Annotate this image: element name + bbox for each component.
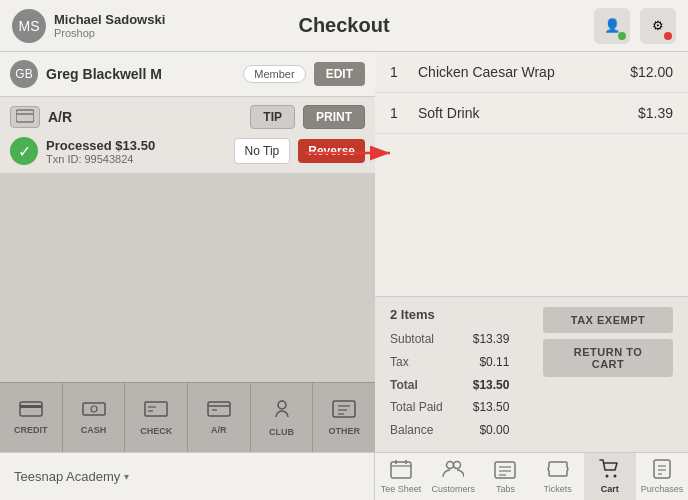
summary-labels: Subtotal Tax Total Total Paid Balance <box>390 328 443 442</box>
total-label: Total <box>390 374 443 397</box>
customer-bar: GB Greg Blackwell M Member EDIT <box>0 52 375 97</box>
ar-icon <box>10 106 40 128</box>
tip-button[interactable]: TIP <box>250 105 295 129</box>
user-name: Michael Sadowski <box>54 12 165 27</box>
cash-icon <box>82 401 106 422</box>
ar-pay-button[interactable]: A/R <box>188 383 251 452</box>
check-button[interactable]: CHECK <box>125 383 188 452</box>
item-name-2: Soft Drink <box>410 105 638 121</box>
ar-label: A/R <box>48 109 242 125</box>
other-button[interactable]: OTHER <box>313 383 375 452</box>
svg-rect-25 <box>495 462 515 478</box>
club-icon <box>272 399 292 424</box>
credit-button[interactable]: CREDIT <box>0 383 63 452</box>
nav-tickets-label: Tickets <box>544 484 572 494</box>
nav-purchases-label: Purchases <box>641 484 684 494</box>
status-dot-red <box>664 32 672 40</box>
summary-values: $13.39 $0.11 $13.50 $13.50 $0.00 <box>473 328 510 442</box>
header-actions: 👤 ⚙ <box>594 8 676 44</box>
customer-name: Greg Blackwell M <box>46 66 235 82</box>
svg-rect-13 <box>333 401 355 417</box>
return-to-cart-button[interactable]: RETURN TO CART <box>543 339 673 377</box>
customers-icon <box>442 459 464 482</box>
cart-icon <box>599 459 621 482</box>
left-empty-area <box>0 174 375 382</box>
page-title: Checkout <box>298 14 389 37</box>
item-qty-2: 1 <box>390 105 410 121</box>
nav-tabs[interactable]: Tabs <box>479 453 531 500</box>
order-item-1[interactable]: 1 Chicken Caesar Wrap $12.00 <box>375 52 688 93</box>
svg-rect-2 <box>20 402 42 416</box>
ar-header: A/R TIP PRINT <box>10 105 365 129</box>
academy-chevron-icon: ▾ <box>124 471 129 482</box>
customer-initials: GB <box>15 67 32 81</box>
customer-avatar: GB <box>10 60 38 88</box>
purchases-icon <box>651 459 673 482</box>
svg-rect-3 <box>20 405 42 408</box>
svg-rect-6 <box>145 402 167 416</box>
order-items-list: 1 Chicken Caesar Wrap $12.00 1 Soft Drin… <box>375 52 688 296</box>
ar-processed: Processed $13.50 <box>46 138 226 153</box>
person-icon: 👤 <box>604 18 621 33</box>
order-summary: 2 Items Subtotal Tax Total Total Paid Ba… <box>375 296 688 452</box>
nav-customers[interactable]: Customers <box>427 453 479 500</box>
subtotal-label: Subtotal <box>390 328 443 351</box>
member-badge: Member <box>243 65 305 83</box>
items-count: 2 Items <box>390 307 543 322</box>
user-sub: Proshop <box>54 27 165 39</box>
cash-button[interactable]: CASH <box>63 383 126 452</box>
svg-point-23 <box>447 462 454 469</box>
nav-purchases[interactable]: Purchases <box>636 453 688 500</box>
nav-cart-label: Cart <box>601 484 619 494</box>
credit-label: CREDIT <box>14 425 48 435</box>
cash-label: CASH <box>81 425 107 435</box>
nav-tickets[interactable]: Tickets <box>532 453 584 500</box>
svg-point-12 <box>278 401 286 409</box>
svg-rect-9 <box>208 402 230 416</box>
total-paid-value: $13.50 <box>473 396 510 419</box>
svg-point-29 <box>605 475 608 478</box>
tee-sheet-icon <box>390 459 412 482</box>
no-tip-button[interactable]: No Tip <box>234 138 291 164</box>
summary-actions: TAX EXEMPT RETURN TO CART <box>543 307 673 377</box>
user-avatar: MS <box>12 9 46 43</box>
tax-exempt-button[interactable]: TAX EXEMPT <box>543 307 673 333</box>
nav-tee-sheet[interactable]: Tee Sheet <box>375 453 427 500</box>
svg-rect-4 <box>83 403 105 415</box>
settings-icon: ⚙ <box>652 18 664 33</box>
academy-label: Teesnap Academy <box>14 469 120 484</box>
tax-label: Tax <box>390 351 443 374</box>
settings-button[interactable]: ⚙ <box>640 8 676 44</box>
app-header: MS Michael Sadowski Proshop Checkout 👤 ⚙ <box>0 0 688 52</box>
academy-section[interactable]: Teesnap Academy ▾ <box>0 453 375 500</box>
item-qty-1: 1 <box>390 64 410 80</box>
ar-txn: Txn ID: 99543824 <box>46 153 226 165</box>
edit-button[interactable]: EDIT <box>314 62 365 86</box>
svg-rect-19 <box>391 462 411 478</box>
club-button[interactable]: CLUB <box>251 383 314 452</box>
svg-point-5 <box>91 406 97 412</box>
person-button[interactable]: 👤 <box>594 8 630 44</box>
left-panel: GB Greg Blackwell M Member EDIT A/R TIP … <box>0 52 375 452</box>
item-name-1: Chicken Caesar Wrap <box>410 64 630 80</box>
order-item-2[interactable]: 1 Soft Drink $1.39 <box>375 93 688 134</box>
svg-rect-0 <box>16 110 34 122</box>
user-info: MS Michael Sadowski Proshop <box>12 9 165 43</box>
nav-cart[interactable]: Cart <box>584 453 636 500</box>
summary-detail: Subtotal Tax Total Total Paid Balance $1… <box>390 328 543 442</box>
print-button[interactable]: PRINT <box>303 105 365 129</box>
svg-point-30 <box>613 475 616 478</box>
status-dot-green <box>618 32 626 40</box>
balance-value: $0.00 <box>473 419 510 442</box>
balance-label: Balance <box>390 419 443 442</box>
bottom-bar: Teesnap Academy ▾ Tee Sheet Customers Ta… <box>0 452 688 500</box>
check-icon: ✓ <box>10 137 38 165</box>
credit-icon <box>19 401 43 422</box>
user-initials: MS <box>19 18 40 34</box>
club-label: CLUB <box>269 427 294 437</box>
check-pay-icon <box>144 400 168 423</box>
subtotal-value: $13.39 <box>473 328 510 351</box>
check-label: CHECK <box>140 426 172 436</box>
nav-tabs-label: Tabs <box>496 484 515 494</box>
ar-pay-label: A/R <box>211 425 227 435</box>
